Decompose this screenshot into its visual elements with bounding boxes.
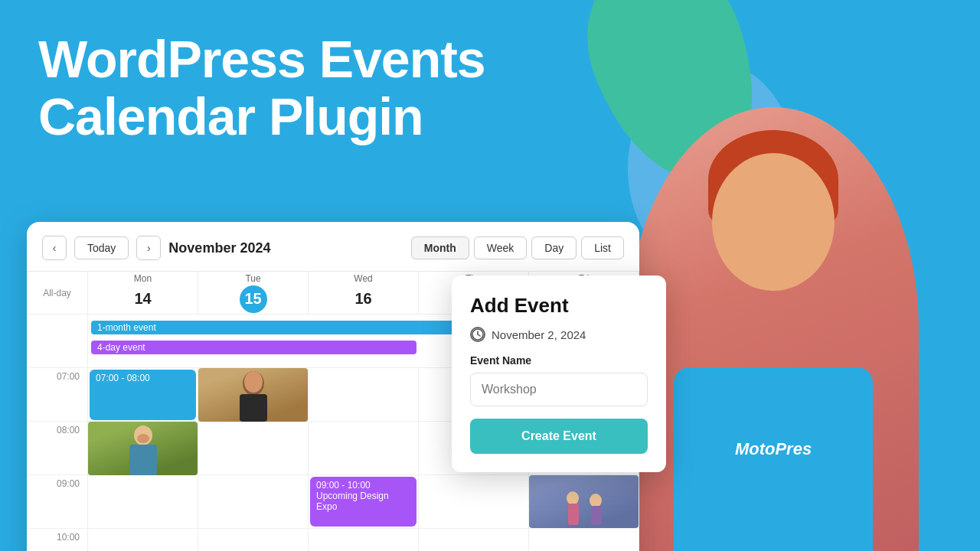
allday-spacer [27,315,88,367]
hero-title-line2: Calendar Plugin [38,88,485,145]
cell-fri-0900 [529,475,639,528]
view-month[interactable]: Month [411,236,469,259]
event-name-input[interactable] [470,373,648,406]
hero-title-line1: WordPress Events [38,31,485,88]
next-button[interactable]: › [136,236,161,260]
cell-tue-0900 [198,475,309,528]
add-event-popup: Add Event November 2, 2024 Event Name Cr… [452,276,666,472]
cell-wed-1000 [309,529,419,551]
cell-tue-0700 [198,368,309,422]
calendar-header: ‹ Today › November 2024 Month Week Day L… [27,222,639,272]
svg-point-7 [590,494,602,507]
row-0900: 09:00 09:00 - 10:00Upcoming Design Expo [27,475,639,529]
day-header-mon: Mon 14 [88,272,198,314]
cell-mon-0800 [88,422,198,475]
svg-rect-9 [591,506,602,525]
event-wed-0900[interactable]: 09:00 - 10:00Upcoming Design Expo [310,477,416,527]
photo-woman [88,422,198,475]
allday-event-4day[interactable]: 4-day event [91,341,416,354]
day-header-wed: Wed 16 [309,272,419,314]
person-body: MotoPres [628,107,919,551]
svg-point-5 [137,434,149,443]
allday-label: All-day [27,272,88,314]
person-head [712,153,835,291]
hero-title: WordPress Events Calendar Plugin [38,31,485,145]
cell-fri-1000 [529,529,639,551]
time-0900: 09:00 [27,475,88,528]
view-week[interactable]: Week [474,236,528,259]
popup-date: November 2, 2024 [492,328,586,341]
cell-thu-1000 [419,529,529,551]
person-svg2 [120,422,166,475]
cell-wed-0700 [309,368,419,422]
svg-rect-1 [240,394,267,422]
time-0700: 07:00 [27,368,88,422]
cell-tue-0800 [198,422,309,475]
row-1000: 10:00 [27,529,639,551]
cell-thu-0900 [419,475,529,528]
event-name-label: Event Name [470,354,648,367]
cell-mon-1000 [88,529,198,551]
yoga-svg [557,479,611,525]
svg-line-12 [478,334,480,336]
svg-rect-8 [568,504,579,525]
svg-rect-4 [129,445,157,475]
clock-icon [470,327,485,342]
clock-svg [472,328,484,341]
cell-wed-0900[interactable]: 09:00 - 10:00Upcoming Design Expo [309,475,419,528]
person-svg [230,368,276,422]
time-0800: 08:00 [27,422,88,475]
day-header-tue: Tue 15 [198,272,309,314]
cell-mon-0700[interactable]: 07:00 - 08:00 [88,368,198,422]
photo-man [198,368,308,422]
popup-date-row: November 2, 2024 [470,327,648,342]
view-buttons: Month Week Day List [411,236,624,259]
cell-tue-1000 [198,529,309,551]
photo-yoga [529,475,639,528]
create-event-button[interactable]: Create Event [470,419,648,454]
view-day[interactable]: Day [531,236,577,259]
event-mon-0700[interactable]: 07:00 - 08:00 [90,370,196,420]
today-button[interactable]: Today [74,236,129,259]
motopres-logo: MotoPres [735,439,812,459]
time-1000: 10:00 [27,529,88,551]
cell-mon-0900 [88,475,198,528]
person-shirt: MotoPres [674,367,873,551]
month-label: November 2024 [168,240,403,256]
cell-wed-0800 [309,422,419,475]
svg-point-6 [567,491,579,505]
svg-point-2 [244,371,263,393]
popup-title: Add Event [470,294,648,318]
view-list[interactable]: List [581,236,624,259]
prev-button[interactable]: ‹ [42,236,67,260]
